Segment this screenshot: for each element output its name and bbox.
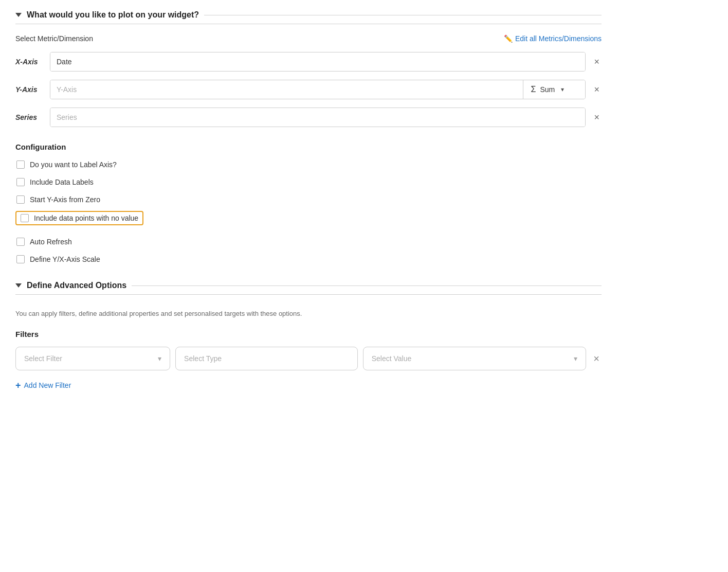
aggregation-chevron-icon: ▾ bbox=[561, 86, 564, 93]
checkbox-row-label-axis: Do you want to Label Axis? bbox=[15, 158, 602, 171]
y-axis-row: Y-Axis Σ Sum ▾ × bbox=[15, 80, 602, 99]
select-type-dropdown[interactable]: Select Type bbox=[175, 347, 358, 370]
configuration-title: Configuration bbox=[15, 142, 602, 151]
checkbox-row-auto-refresh: Auto Refresh bbox=[15, 236, 602, 248]
checkbox-row-scale: Define Y/X-Axis Scale bbox=[15, 253, 602, 265]
series-input-container bbox=[50, 108, 586, 127]
aggregation-label: Sum bbox=[540, 85, 555, 94]
series-clear-button[interactable]: × bbox=[592, 113, 602, 122]
widget-section-divider bbox=[204, 15, 602, 15]
advanced-section-divider bbox=[132, 285, 602, 286]
x-axis-input-container bbox=[50, 52, 586, 72]
select-value-dropdown[interactable]: Select Value ▾ bbox=[363, 347, 587, 370]
select-filter-dropdown[interactable]: Select Filter ▾ bbox=[15, 347, 170, 370]
filters-title: Filters bbox=[15, 330, 602, 338]
select-type-label: Select Type bbox=[184, 354, 222, 363]
series-row: Series × bbox=[15, 108, 602, 127]
y-axis-input[interactable] bbox=[50, 80, 523, 99]
x-axis-row: X-Axis × bbox=[15, 52, 602, 72]
scale-label: Define Y/X-Axis Scale bbox=[30, 255, 100, 263]
edit-pencil-icon: ✏️ bbox=[504, 34, 513, 43]
configuration-section: Configuration Do you want to Label Axis?… bbox=[15, 142, 602, 265]
y-axis-zero-checkbox[interactable] bbox=[16, 195, 25, 204]
y-axis-aggregation-dropdown[interactable]: Σ Sum ▾ bbox=[523, 80, 585, 99]
metric-dimension-label: Select Metric/Dimension bbox=[15, 34, 93, 43]
scale-checkbox[interactable] bbox=[16, 255, 25, 263]
x-axis-input[interactable] bbox=[50, 52, 585, 71]
select-value-label: Select Value bbox=[372, 354, 412, 363]
label-axis-checkbox[interactable] bbox=[16, 160, 25, 169]
select-filter-chevron-icon: ▾ bbox=[158, 354, 161, 363]
x-axis-clear-button[interactable]: × bbox=[592, 57, 602, 66]
advanced-section-title: Define Advanced Options bbox=[27, 281, 126, 290]
filter-row-clear-button[interactable]: × bbox=[591, 353, 602, 364]
y-axis-zero-label: Start Y-Axis from Zero bbox=[30, 195, 100, 204]
y-axis-label: Y-Axis bbox=[15, 85, 44, 94]
y-axis-input-container: Σ Sum ▾ bbox=[50, 80, 586, 99]
checkbox-row-y-axis-zero: Start Y-Axis from Zero bbox=[15, 193, 602, 206]
data-labels-checkbox[interactable] bbox=[16, 178, 25, 186]
x-axis-label: X-Axis bbox=[15, 58, 44, 66]
checkbox-row-data-labels: Include Data Labels bbox=[15, 176, 602, 188]
series-input[interactable] bbox=[50, 108, 585, 127]
add-new-filter-button[interactable]: + Add New Filter bbox=[15, 379, 71, 392]
auto-refresh-checkbox[interactable] bbox=[16, 238, 25, 246]
filter-row: Select Filter ▾ Select Type Select Value… bbox=[15, 347, 602, 370]
advanced-description: You can apply filters, define additional… bbox=[15, 310, 602, 317]
advanced-section: You can apply filters, define additional… bbox=[15, 305, 602, 392]
advanced-section-chevron[interactable] bbox=[15, 283, 22, 288]
select-filter-label: Select Filter bbox=[24, 354, 62, 363]
checkbox-row-no-value: Include data points with no value bbox=[15, 211, 143, 225]
data-labels-label: Include Data Labels bbox=[30, 178, 94, 186]
label-axis-label: Do you want to Label Axis? bbox=[30, 160, 117, 169]
add-filter-label: Add New Filter bbox=[24, 381, 71, 389]
series-label: Series bbox=[15, 113, 44, 121]
widget-section-title: What would you like to plot on your widg… bbox=[27, 10, 199, 20]
widget-section-chevron[interactable] bbox=[15, 13, 22, 17]
edit-metrics-link[interactable]: ✏️ Edit all Metrics/Dimensions bbox=[504, 34, 602, 43]
edit-metrics-label: Edit all Metrics/Dimensions bbox=[515, 34, 602, 43]
auto-refresh-label: Auto Refresh bbox=[30, 238, 72, 246]
y-axis-clear-button[interactable]: × bbox=[592, 85, 602, 94]
no-value-checkbox[interactable] bbox=[21, 214, 29, 222]
select-value-chevron-icon: ▾ bbox=[574, 354, 577, 363]
no-value-label: Include data points with no value bbox=[34, 214, 138, 222]
plus-icon: + bbox=[15, 381, 21, 390]
sum-symbol: Σ bbox=[531, 85, 536, 94]
